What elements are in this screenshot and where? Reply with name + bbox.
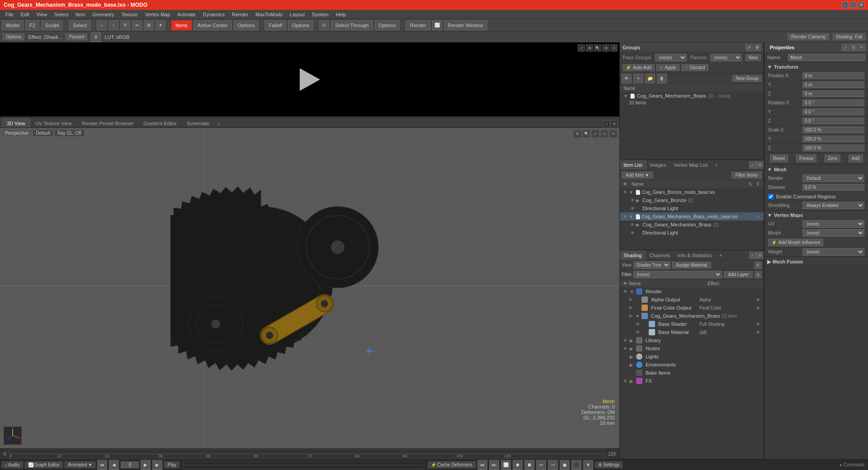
menu-maxtomodo[interactable]: MaxToModo — [252, 11, 286, 18]
transform-btn-3[interactable]: ↻ — [120, 20, 130, 30]
position-z-input[interactable] — [802, 90, 864, 97]
shade-arrow-base-mat[interactable]: ▼ — [755, 330, 762, 335]
item-list-expand[interactable]: ⤢ — [749, 161, 756, 169]
timeline-slider[interactable] — [183, 461, 424, 469]
transform-btn-2[interactable]: ↕ — [108, 20, 118, 30]
groups-folder-btn[interactable]: 📁 — [645, 74, 655, 84]
tab-3d-view[interactable]: 3D View — [2, 118, 30, 127]
table-row[interactable]: ▶ Lights — [620, 352, 764, 361]
tab-render-preset[interactable]: Render Preset Browser — [77, 118, 138, 127]
vp-gear-btn[interactable]: ⚙ — [610, 120, 618, 127]
item-vis-3[interactable]: 👁 — [629, 206, 636, 211]
scale-z-input[interactable] — [802, 145, 864, 151]
viewport-3d[interactable]: Perspective Default Ray GL: Off ⚙ 🔍 ⤢ ▭ … — [0, 128, 619, 448]
filter-items-btn[interactable]: Filter Items — [731, 172, 762, 179]
zero-btn[interactable]: Zero — [825, 155, 840, 162]
audio-btn[interactable]: ♪ Audio — [2, 461, 23, 468]
shade-vis-base-mat[interactable]: 👁 — [634, 330, 642, 335]
groups-lock-btn[interactable]: ⚙ — [754, 44, 761, 51]
item-vis-5[interactable]: 👁 — [629, 222, 636, 227]
play-label-btn[interactable]: Play — [164, 461, 179, 468]
scale-x-input[interactable] — [802, 127, 864, 133]
table-row[interactable]: 👁 Final Color Output Final Color ▼ — [620, 304, 764, 312]
preview-ctrl-4[interactable]: ⚙ — [602, 44, 609, 52]
options-main-btn[interactable]: Options — [3, 33, 24, 40]
assign-shortcut-btn[interactable]: F — [755, 262, 762, 269]
timeline-ruler[interactable]: 0 12 24 36 48 60 72 84 96 108 120 — [9, 449, 606, 459]
transport-10[interactable]: ▼ — [583, 460, 593, 470]
table-row[interactable]: 👁 Directional Light — [620, 204, 764, 212]
transform-header[interactable]: ▼ Transform — [764, 62, 868, 71]
props-close-btn[interactable]: ✕ — [858, 44, 865, 51]
falloff-btn[interactable]: Falloff — [264, 20, 286, 30]
passes-select[interactable]: (none) — [710, 54, 742, 61]
render-icon[interactable]: ⬜ — [432, 20, 442, 30]
shade-arrow-final[interactable]: ▼ — [755, 306, 762, 310]
vp-menu-icon[interactable]: ≡ — [609, 130, 618, 138]
new-pass-btn[interactable]: New — [745, 54, 761, 61]
menu-item[interactable]: Item — [72, 11, 89, 18]
select-btn[interactable]: Select — [69, 20, 91, 30]
shade-vis-nodes[interactable]: 👁 — [622, 346, 629, 351]
pass-groups-select[interactable]: (none) — [655, 54, 687, 61]
uv-select[interactable]: (none) — [802, 220, 864, 228]
default-btn[interactable]: Default — [33, 130, 53, 136]
mode-sculpt-btn[interactable]: Sculpt — [41, 20, 63, 30]
menu-vertex-map[interactable]: Vertex Map — [142, 11, 174, 18]
next-frame-btn[interactable]: ▶ — [152, 460, 162, 470]
shading-gear-btn[interactable]: ⚙ — [756, 252, 764, 259]
transform-btn-4[interactable]: ⇔ — [132, 20, 142, 30]
options2-btn[interactable]: Options — [288, 20, 313, 30]
table-row[interactable]: Bake Items — [620, 369, 764, 377]
new-group-btn[interactable]: New Group — [732, 75, 762, 82]
add-transform-btn[interactable]: Add — [849, 155, 863, 162]
table-row[interactable]: 👁 ▼ Cog_Gears_Mechanism_Brass (2) Item — [620, 312, 764, 320]
shading-btn[interactable]: Shading: Full — [833, 33, 865, 40]
preview-ctrl-5[interactable]: ≡ — [610, 44, 618, 52]
props-tab[interactable]: Properties — [767, 44, 797, 51]
transform-btn-5[interactable]: ⊞ — [144, 20, 154, 30]
ray-gl-btn[interactable]: Ray GL: Off — [54, 130, 85, 136]
table-row[interactable]: 👁 ▶ Library — [620, 336, 764, 344]
vp-expand-icon[interactable]: ⤢ — [591, 130, 599, 138]
table-row[interactable]: 👁 ▼ Render — [620, 287, 764, 296]
name-input[interactable] — [788, 54, 865, 61]
animated-btn[interactable]: Animated ▼ — [65, 461, 95, 468]
shade-vis-cog[interactable]: 👁 — [627, 314, 634, 319]
groups-eye-btn[interactable]: 👁 — [622, 74, 632, 84]
assign-material-btn[interactable]: Assign Material — [672, 262, 711, 268]
menu-render[interactable]: Render — [228, 11, 252, 18]
shade-vis-lib[interactable]: 👁 — [622, 338, 629, 343]
transport-1[interactable]: ⏮ — [477, 460, 487, 470]
menu-select[interactable]: Select — [51, 11, 72, 18]
transport-3[interactable]: ⬜ — [501, 460, 511, 470]
prev-keyframe-btn[interactable]: ⏮ — [97, 460, 107, 470]
menu-layout[interactable]: Layout — [286, 11, 308, 18]
preview-ctrl-3[interactable]: 🔍 — [594, 44, 601, 52]
tab-add-btn[interactable]: + — [215, 120, 223, 127]
weight-select[interactable]: (none) — [802, 248, 864, 256]
table-row[interactable]: 👁 Base Material (all) ▼ — [620, 328, 764, 336]
position-x-input[interactable] — [802, 72, 864, 79]
discard-btn[interactable]: ✕ Discard — [681, 64, 708, 71]
add-layer-shortcut[interactable]: S — [755, 271, 762, 278]
pause-icon[interactable]: ⏸ — [91, 32, 101, 42]
preview-ctrl-2[interactable]: ☸ — [586, 44, 593, 52]
select-through-btn[interactable]: Select Through — [331, 20, 373, 30]
groups-add-btn[interactable]: + — [633, 74, 643, 84]
frame-input[interactable] — [121, 461, 139, 468]
vp-maximize-icon[interactable]: ▭ — [600, 130, 609, 138]
freeze-btn[interactable]: Freeze — [796, 155, 816, 162]
item-vis-4[interactable]: 👁 — [622, 214, 629, 219]
tab-info-stats[interactable]: Info & Statistics — [674, 250, 716, 260]
transport-2[interactable]: ⏭ — [489, 460, 499, 470]
action-center-btn[interactable]: Action Center — [193, 20, 232, 30]
transform-btn-6[interactable]: ✦ — [156, 20, 165, 30]
vertex-maps-header[interactable]: ▼ Vertex Maps — [764, 211, 868, 220]
minimize-btn[interactable]: ─ — [842, 2, 848, 8]
tab-schematic[interactable]: Schematic — [182, 118, 215, 127]
table-row[interactable]: 👁 ▼ 📄 Cog_Gears_Bronze_modo_base.lxo — [620, 188, 764, 196]
shade-vis-render[interactable]: 👁 — [622, 289, 629, 294]
items-btn[interactable]: Items — [171, 20, 192, 30]
tab-vertex-map-list[interactable]: Vertex Map List — [670, 160, 712, 169]
